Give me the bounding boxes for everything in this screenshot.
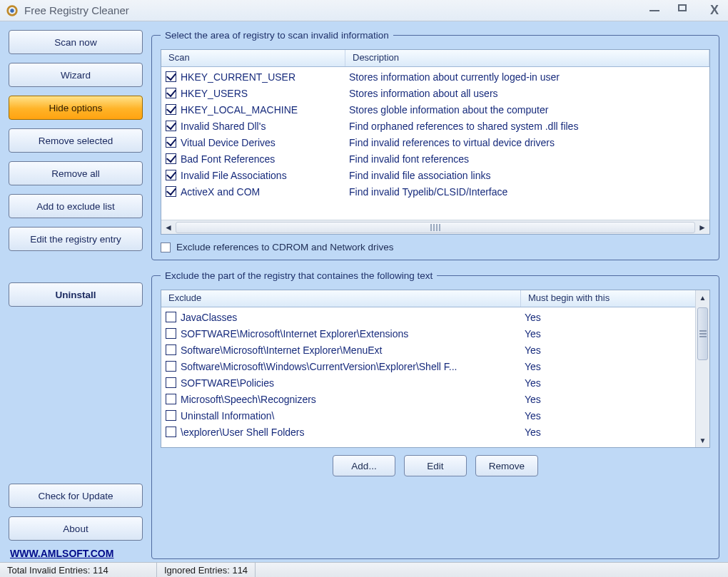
checkbox-icon[interactable] — [166, 328, 176, 339]
checkbox-icon[interactable] — [166, 153, 176, 164]
scan-row-desc: Stores information about all users — [349, 88, 708, 99]
scan-row-name: Vitual Device Derives — [181, 137, 349, 148]
col-header-begin[interactable]: Must begin with this — [521, 290, 709, 307]
client-area: Scan now Wizard Hide options Remove sele… — [0, 21, 728, 562]
status-total-invalid: Total Invalid Entries: 114 — [0, 563, 157, 577]
scan-row[interactable]: HKEY_CURRENT_USERStores information abou… — [163, 68, 708, 85]
scan-area-header: Scan Description — [161, 50, 709, 67]
exclude-row[interactable]: Microsoft\Speech\RecognizersYes — [163, 391, 694, 407]
window-title: Free Registry Cleaner — [24, 4, 129, 16]
col-header-description[interactable]: Description — [345, 50, 709, 66]
scan-row-name: Bad Font References — [181, 153, 349, 165]
add-to-exclude-button[interactable]: Add to exclude list — [9, 194, 143, 218]
exclude-row[interactable]: Software\Microsoft\Windows\CurrentVersio… — [163, 358, 694, 374]
app-icon — [6, 4, 19, 17]
scan-now-button[interactable]: Scan now — [9, 30, 143, 54]
scan-row-desc: Find invalid file association links — [349, 170, 708, 181]
exclude-listview[interactable]: Exclude Must begin with this JavaClasses… — [161, 290, 710, 448]
checkbox-icon[interactable] — [166, 377, 176, 388]
exclude-row-begin: Yes — [525, 410, 653, 422]
scan-row[interactable]: HKEY_USERSStores information about all u… — [163, 85, 708, 101]
checkbox-icon[interactable] — [166, 186, 176, 197]
scroll-up-icon[interactable]: ▲ — [696, 290, 709, 305]
main-panel: Select the area of registry to scan inva… — [151, 30, 719, 559]
exclude-row-path: Software\Microsoft\Internet Explorer\Men… — [181, 344, 525, 356]
edit-registry-entry-button[interactable]: Edit the registry entry — [9, 227, 143, 251]
exclude-row[interactable]: Uninstall Information\Yes — [163, 407, 694, 424]
exclude-row[interactable]: SOFTWARE\Microsoft\Internet Explorer\Ext… — [163, 325, 694, 342]
checkbox-icon[interactable] — [166, 344, 176, 355]
remove-button[interactable]: Remove — [475, 455, 538, 476]
checkbox-icon[interactable] — [166, 427, 176, 437]
exclude-row[interactable]: Software\Microsoft\Internet Explorer\Men… — [163, 342, 694, 358]
exclude-row-begin: Yes — [525, 377, 653, 389]
exclude-area-group: Exclude the part of the registry that co… — [151, 270, 719, 559]
add-button[interactable]: Add... — [333, 455, 395, 476]
scan-row[interactable]: ActiveX and COMFind invalid Typelib/CLSI… — [163, 183, 708, 200]
status-bar: Total Invalid Entries: 114 Ignored Entri… — [0, 562, 728, 577]
exclude-row-path: \explorer\User Shell Folders — [181, 427, 525, 438]
checkbox-icon[interactable] — [166, 394, 176, 404]
scan-row[interactable]: Invalid Shared Dll'sFind orphaned refere… — [163, 118, 708, 134]
hide-options-button[interactable]: Hide options — [9, 96, 143, 120]
about-button[interactable]: About — [9, 516, 143, 541]
checkbox-icon[interactable] — [166, 410, 176, 421]
wizard-button[interactable]: Wizard — [9, 63, 143, 87]
scan-row-desc: Find invalid references to virtual devic… — [349, 137, 708, 148]
edit-button[interactable]: Edit — [404, 455, 467, 476]
scroll-thumb[interactable] — [697, 307, 708, 360]
col-header-scan[interactable]: Scan — [161, 50, 345, 66]
status-ignored-label: Ignored Entries: — [164, 565, 230, 576]
check-for-update-button[interactable]: Check for Update — [9, 484, 143, 508]
scroll-left-icon[interactable]: ◄ — [161, 220, 176, 234]
scroll-right-icon[interactable]: ► — [695, 220, 709, 234]
exclude-row-begin: Yes — [525, 361, 653, 372]
exclude-cdrom-checkbox[interactable]: Exclude references to CDROM and Network … — [161, 242, 710, 252]
status-total-label: Total Invalid Entries: — [7, 565, 90, 576]
checkbox-icon — [161, 242, 171, 252]
close-button[interactable]: X — [707, 3, 722, 18]
col-header-exclude[interactable]: Exclude — [161, 290, 521, 307]
exclude-row[interactable]: SOFTWARE\PoliciesYes — [163, 374, 694, 391]
minimize-button[interactable] — [649, 3, 665, 18]
scan-row-name: Invalid Shared Dll's — [181, 121, 349, 132]
exclude-row-path: Uninstall Information\ — [181, 410, 525, 422]
exclude-row-path: Software\Microsoft\Windows\CurrentVersio… — [181, 361, 525, 372]
exclude-row-begin: Yes — [525, 394, 653, 405]
homepage-link[interactable]: WWW.AMLSOFT.COM — [9, 548, 143, 559]
scan-row[interactable]: Bad Font ReferencesFind invalid font ref… — [163, 150, 708, 167]
checkbox-icon[interactable] — [166, 312, 176, 322]
remove-all-button[interactable]: Remove all — [9, 161, 143, 185]
exclude-row[interactable]: JavaClassesYes — [163, 309, 694, 325]
scan-row-name: ActiveX and COM — [181, 186, 349, 198]
checkbox-icon[interactable] — [166, 137, 176, 148]
uninstall-button[interactable]: Uninstall — [9, 282, 143, 307]
checkbox-icon[interactable] — [166, 71, 176, 82]
exclude-row-begin: Yes — [525, 427, 653, 438]
vertical-scrollbar[interactable]: ▲ ▼ — [695, 290, 709, 447]
scan-row-name: HKEY_CURRENT_USER — [181, 71, 349, 83]
status-ignored: Ignored Entries: 114 — [157, 563, 256, 577]
checkbox-icon[interactable] — [166, 361, 176, 372]
scan-row[interactable]: HKEY_LOCAL_MACHINEStores globle informat… — [163, 101, 708, 118]
checkbox-icon[interactable] — [166, 88, 176, 98]
exclude-row-path: JavaClasses — [181, 312, 525, 323]
scan-row-name: HKEY_USERS — [181, 88, 349, 99]
scan-row-desc: Stores globle information about the comp… — [349, 104, 708, 116]
exclude-row-begin: Yes — [525, 344, 653, 356]
checkbox-icon[interactable] — [166, 104, 176, 115]
scan-row[interactable]: Vitual Device DerivesFind invalid refere… — [163, 134, 708, 150]
remove-selected-button[interactable]: Remove selected — [9, 128, 143, 153]
scan-row[interactable]: Invalid File AssociationsFind invalid fi… — [163, 167, 708, 183]
title-bar: Free Registry Cleaner X — [0, 0, 728, 21]
exclude-row[interactable]: \explorer\User Shell FoldersYes — [163, 424, 694, 440]
exclude-row-path: SOFTWARE\Microsoft\Internet Explorer\Ext… — [181, 328, 525, 339]
checkbox-icon[interactable] — [166, 121, 176, 131]
scan-row-desc: Find invalid font references — [349, 153, 708, 165]
status-total-value: 114 — [93, 565, 108, 576]
maximize-button[interactable] — [678, 3, 694, 18]
checkbox-icon[interactable] — [166, 170, 176, 180]
scroll-down-icon[interactable]: ▼ — [696, 433, 709, 447]
horizontal-scrollbar[interactable]: ◄ ► — [161, 220, 709, 234]
scan-area-listview[interactable]: Scan Description HKEY_CURRENT_USERStores… — [161, 49, 710, 235]
